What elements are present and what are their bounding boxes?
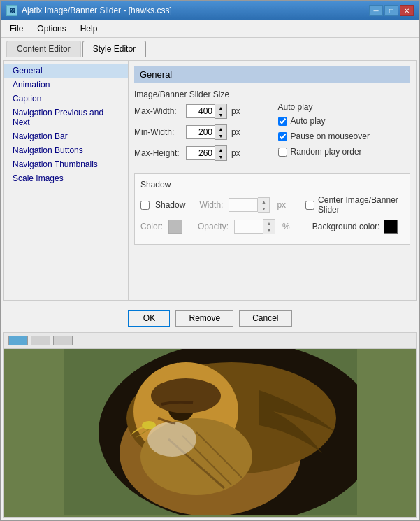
center-slider-checkbox[interactable]: [305, 201, 314, 210]
shadow-section-title: Shadow: [140, 180, 404, 190]
max-width-row: Max-Width: 400 ▲ ▼ px: [134, 104, 267, 119]
shadow-width-unit: px: [277, 200, 286, 210]
bg-color-label: Background color:: [312, 222, 380, 231]
min-width-field[interactable]: 200: [186, 125, 215, 139]
preview-area: [3, 332, 417, 518]
sidebar-item-scale-images[interactable]: Scale Images: [4, 171, 128, 185]
sidebar-item-nav-prev-next[interactable]: Navigation Previous and Next: [4, 106, 128, 129]
ok-button[interactable]: OK: [128, 310, 170, 327]
sidebar-item-nav-thumbnails[interactable]: Navigation Thumbnails: [4, 157, 128, 171]
max-width-label: Max-Width:: [134, 106, 183, 116]
max-height-field[interactable]: 260: [186, 146, 215, 160]
max-width-input: 400 ▲ ▼: [186, 104, 227, 119]
center-slider-label: Center Image/Banner Slider: [318, 195, 404, 215]
main-content: General Animation Caption Navigation Pre…: [1, 57, 419, 520]
help-menu[interactable]: Help: [74, 22, 104, 36]
tab-style-editor[interactable]: Style Editor: [82, 41, 146, 57]
opacity-up[interactable]: ▲: [263, 220, 275, 227]
opacity-field[interactable]: [234, 220, 263, 234]
max-height-label: Max-Height:: [134, 148, 183, 158]
sidebar-item-nav-buttons[interactable]: Navigation Buttons: [4, 143, 128, 157]
main-window: 🖼 Ajatix Image/Banner Slider - [hawks.cs…: [0, 0, 420, 521]
preview-image: [4, 349, 416, 515]
minimize-button[interactable]: ─: [369, 5, 383, 16]
title-bar: 🖼 Ajatix Image/Banner Slider - [hawks.cs…: [1, 1, 419, 20]
shadow-width-field[interactable]: [229, 198, 258, 212]
preview-tab-1[interactable]: [8, 336, 28, 345]
tab-content-editor[interactable]: Content Editor: [6, 41, 81, 57]
window-title: Ajatix Image/Banner Slider - [hawks.css]: [22, 6, 172, 15]
min-width-down[interactable]: ▼: [215, 132, 226, 139]
shadow-width-input: ▲ ▼: [229, 197, 270, 213]
random-checkbox-row: Random play order: [278, 147, 411, 157]
min-width-row: Min-Width: 200 ▲ ▼ px: [134, 124, 267, 140]
autoplay-group-label: Auto play: [278, 102, 411, 112]
opacity-input: ▲ ▼: [234, 219, 275, 234]
remove-button[interactable]: Remove: [175, 310, 233, 327]
autoplay-checkbox-label: Auto play: [291, 116, 326, 126]
shadow-width-down[interactable]: ▼: [258, 205, 269, 212]
shadow-width-label: Width:: [199, 200, 223, 210]
pause-checkbox-row: Pause on mouseover: [278, 131, 411, 141]
max-height-row: Max-Height: 260 ▲ ▼ px: [134, 145, 267, 161]
svg-point-15: [151, 378, 221, 413]
sidebar-item-nav-bar[interactable]: Navigation Bar: [4, 129, 128, 143]
slider-size-label: Image/Banner Slider Size: [134, 90, 267, 99]
shadow-width-up[interactable]: ▲: [258, 198, 269, 205]
window-controls: ─ □ ✕: [369, 5, 414, 16]
max-width-down[interactable]: ▼: [215, 111, 226, 118]
preview-tab-bar: [4, 333, 416, 349]
autoplay-checkbox[interactable]: [278, 117, 287, 126]
opacity-unit: %: [282, 222, 290, 231]
svg-point-14: [147, 422, 196, 457]
max-width-unit: px: [231, 106, 240, 116]
options-menu[interactable]: Options: [31, 22, 72, 36]
min-width-unit: px: [231, 127, 240, 137]
slider-size-section: Image/Banner Slider Size Max-Width: 400 …: [134, 90, 267, 166]
menu-bar: File Options Help: [1, 20, 419, 38]
section-header: General: [134, 66, 410, 83]
sidebar-item-animation[interactable]: Animation: [4, 78, 128, 92]
tab-bar: Content Editor Style Editor: [1, 38, 419, 57]
shadow-main-row: Shadow Width: ▲ ▼ px Center Ima: [140, 195, 404, 215]
opacity-label: Opacity:: [198, 222, 229, 231]
cancel-button[interactable]: Cancel: [239, 310, 291, 327]
editor-area: General Animation Caption Navigation Pre…: [3, 60, 417, 301]
sidebar-item-general[interactable]: General: [4, 64, 128, 78]
preview-tab-2[interactable]: [31, 336, 50, 345]
shadow-checkbox[interactable]: [140, 201, 150, 210]
hawk-image: [64, 349, 357, 515]
max-height-input: 260 ▲ ▼: [186, 145, 227, 161]
shadow-color-picker[interactable]: [168, 220, 182, 234]
shadow-color-row: Color: Opacity: ▲ ▼ % Background: [140, 219, 404, 234]
preview-tab-3[interactable]: [53, 336, 73, 345]
autoplay-section: Auto play Auto play Pause on mouseover R…: [278, 90, 411, 166]
bg-color-picker[interactable]: [384, 220, 398, 234]
file-menu[interactable]: File: [3, 22, 29, 36]
pause-checkbox-label: Pause on mouseover: [291, 131, 370, 141]
app-icon: 🖼: [6, 5, 17, 16]
random-checkbox-label: Random play order: [291, 147, 362, 157]
min-width-label: Min-Width:: [134, 127, 183, 137]
max-width-field[interactable]: 400: [186, 104, 215, 118]
content-panel: General Image/Banner Slider Size Max-Wid…: [129, 61, 416, 300]
min-width-up[interactable]: ▲: [215, 125, 226, 132]
min-width-input: 200 ▲ ▼: [186, 124, 227, 140]
opacity-down[interactable]: ▼: [263, 227, 275, 234]
close-button[interactable]: ✕: [400, 5, 414, 16]
color-label: Color:: [140, 222, 163, 231]
maximize-button[interactable]: □: [384, 5, 398, 16]
shadow-section: Shadow Shadow Width: ▲ ▼ px: [134, 173, 410, 245]
sidebar: General Animation Caption Navigation Pre…: [4, 61, 129, 300]
button-bar: OK Remove Cancel: [3, 304, 417, 332]
max-height-unit: px: [231, 148, 240, 158]
pause-checkbox[interactable]: [278, 132, 287, 141]
max-height-down[interactable]: ▼: [215, 153, 226, 160]
autoplay-checkbox-row: Auto play: [278, 116, 411, 126]
max-height-up[interactable]: ▲: [215, 146, 226, 153]
sidebar-item-caption[interactable]: Caption: [4, 92, 128, 106]
max-width-up[interactable]: ▲: [215, 104, 226, 111]
random-checkbox[interactable]: [278, 148, 287, 157]
shadow-checkbox-label: Shadow: [155, 200, 185, 210]
